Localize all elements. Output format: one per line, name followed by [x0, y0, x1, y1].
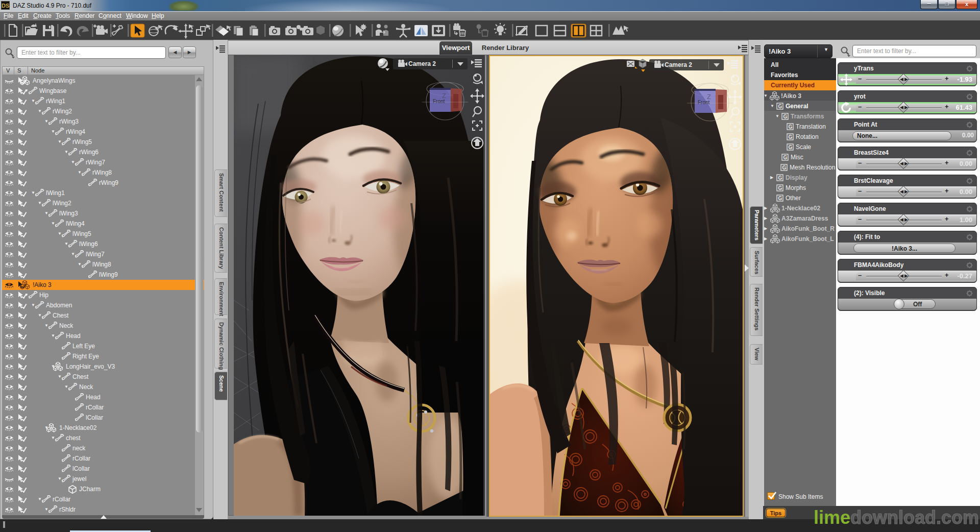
svg-text:G: G: [778, 175, 782, 181]
svg-text:G: G: [789, 124, 793, 130]
svg-text:G: G: [783, 155, 788, 160]
svg-text:Front: Front: [433, 99, 445, 104]
svg-text:G: G: [782, 165, 787, 171]
svg-text:G: G: [778, 196, 782, 201]
svg-text:Camera 2: Camera 2: [665, 61, 692, 68]
svg-text:G: G: [778, 104, 782, 109]
svg-text:G: G: [789, 144, 793, 150]
svg-text:G: G: [789, 134, 793, 140]
svg-text:Front: Front: [698, 100, 710, 105]
svg-text:Camera 2: Camera 2: [408, 60, 436, 67]
svg-text:G: G: [783, 114, 788, 119]
svg-text:G: G: [778, 185, 782, 191]
